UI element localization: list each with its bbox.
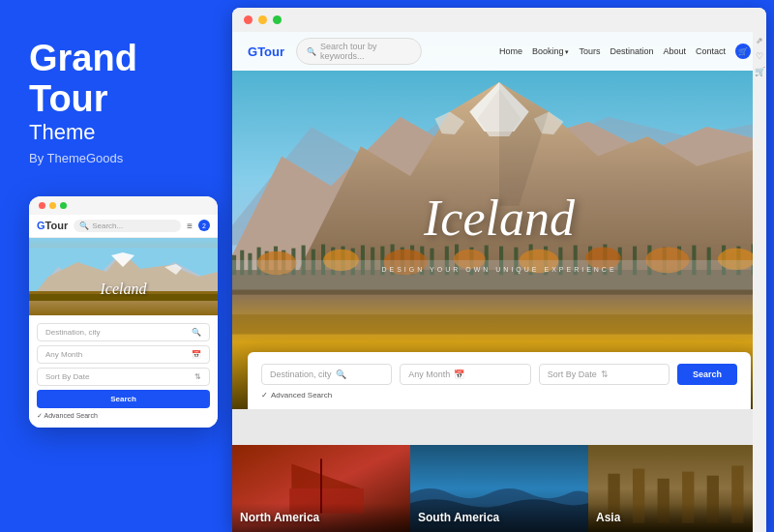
brand-title-line2: Tour bbox=[29, 79, 203, 120]
search-icon: 🔍 bbox=[79, 222, 89, 230]
site-hero: Iceland DESIGN YOUR OWN UNIQUE EXPERIENC… bbox=[232, 32, 766, 409]
search-fields: Destination, city 🔍 Any Month 📅 Sort By … bbox=[261, 364, 737, 385]
mobile-top-bar bbox=[29, 196, 218, 215]
brand-title: Grand Tour Theme By ThemeGoods bbox=[29, 39, 203, 194]
mobile-logo-prefix: G bbox=[37, 220, 45, 231]
dest-north-america-label: North America bbox=[240, 511, 319, 524]
mobile-sort-label: Sort By Date bbox=[45, 372, 89, 381]
site-logo-prefix: G bbox=[248, 44, 257, 59]
browser-dot-red bbox=[244, 15, 253, 24]
search-icon: 🔍 bbox=[336, 369, 346, 379]
nav-booking[interactable]: Booking bbox=[532, 46, 569, 56]
mobile-destination-label: Destination, city bbox=[45, 328, 100, 337]
month-field[interactable]: Any Month 📅 bbox=[400, 364, 530, 385]
dest-asia-label: Asia bbox=[596, 511, 620, 524]
site-search-placeholder: Search tour by keywords... bbox=[320, 42, 411, 61]
sort-label: Sort By Date bbox=[548, 369, 597, 379]
nav-destination[interactable]: Destination bbox=[610, 46, 653, 56]
destination-strip: North America bbox=[232, 445, 766, 532]
dest-card-south-america[interactable]: South America bbox=[410, 445, 588, 532]
site-logo: GTour bbox=[248, 44, 284, 59]
mobile-dot-red bbox=[39, 202, 45, 209]
mobile-month-label: Any Month bbox=[45, 350, 82, 359]
left-panel: Grand Tour Theme By ThemeGoods GTour 🔍 S… bbox=[0, 0, 232, 532]
scroll-share-icon[interactable]: ⇗ bbox=[755, 36, 764, 45]
hero-tagline: DESIGN YOUR OWN UNIQUE EXPERIENCE bbox=[381, 266, 616, 273]
browser-content: GTour 🔍 Search tour by keywords... Home … bbox=[232, 32, 766, 532]
nav-contact[interactable]: Contact bbox=[696, 46, 726, 56]
mobile-search-placeholder: Search... bbox=[92, 222, 123, 230]
mobile-logo-text: Tour bbox=[45, 220, 69, 231]
svg-rect-70 bbox=[232, 314, 766, 334]
sort-field[interactable]: Sort By Date ⇅ bbox=[539, 364, 670, 385]
dest-card-overlay-north-america: North America bbox=[232, 503, 410, 532]
mobile-menu-icon: ≡ bbox=[187, 221, 193, 231]
mobile-logo: GTour bbox=[37, 220, 68, 231]
sort-icon: ⇅ bbox=[601, 369, 609, 379]
dest-card-asia[interactable]: Asia bbox=[588, 445, 766, 532]
nav-tours[interactable]: Tours bbox=[579, 46, 600, 56]
site-scrollbar[interactable]: ⇗ ♡ 🛒 bbox=[753, 32, 766, 532]
mobile-form: Destination, city 🔍 Any Month 📅 Sort By … bbox=[29, 315, 218, 428]
nav-cart-icon[interactable]: 🛒 bbox=[735, 44, 751, 59]
mobile-search-input[interactable]: 🔍 Search... bbox=[74, 220, 181, 232]
destination-label: Destination, city bbox=[270, 369, 332, 379]
mobile-hero: Iceland bbox=[29, 238, 218, 315]
dest-card-north-america[interactable]: North America bbox=[232, 445, 410, 532]
search-overlay: Destination, city 🔍 Any Month 📅 Sort By … bbox=[248, 352, 751, 409]
scroll-cart-icon[interactable]: 🛒 bbox=[755, 67, 764, 76]
nav-about[interactable]: About bbox=[663, 46, 686, 56]
mobile-nav: GTour 🔍 Search... ≡ 2 bbox=[29, 215, 218, 238]
site-nav: GTour 🔍 Search tour by keywords... Home … bbox=[232, 32, 766, 71]
nav-home[interactable]: Home bbox=[499, 46, 522, 56]
mobile-hero-text: Iceland bbox=[101, 281, 147, 298]
site-logo-text: Tour bbox=[257, 44, 284, 59]
dest-south-america-label: South America bbox=[418, 511, 499, 524]
brand-by: By ThemeGoods bbox=[29, 151, 203, 165]
brand-subtitle: Theme bbox=[29, 120, 203, 145]
search-button[interactable]: Search bbox=[677, 364, 737, 385]
mobile-dot-yellow bbox=[49, 202, 56, 209]
site-search-input[interactable]: 🔍 Search tour by keywords... bbox=[296, 38, 422, 65]
brand-title-line1: Grand bbox=[29, 39, 203, 79]
destination-field[interactable]: Destination, city 🔍 bbox=[261, 364, 392, 385]
browser-window: GTour 🔍 Search tour by keywords... Home … bbox=[232, 8, 766, 532]
mobile-advanced-search[interactable]: ✓ Advanced Search bbox=[37, 412, 210, 420]
calendar-icon: 📅 bbox=[192, 350, 201, 359]
mobile-cart-badge: 2 bbox=[198, 220, 210, 231]
sort-icon: ⇅ bbox=[194, 372, 201, 381]
mobile-month-field[interactable]: Any Month 📅 bbox=[37, 345, 210, 364]
mobile-dot-green bbox=[60, 202, 67, 209]
mobile-mockup: GTour 🔍 Search... ≡ 2 bbox=[29, 196, 218, 428]
mobile-search-button[interactable]: Search bbox=[37, 390, 210, 408]
search-icon: 🔍 bbox=[307, 47, 316, 56]
search-icon: 🔍 bbox=[192, 328, 201, 337]
hero-iceland-text: Iceland bbox=[424, 190, 575, 247]
browser-chrome bbox=[232, 8, 766, 32]
dest-card-overlay-south-america: South America bbox=[410, 503, 588, 532]
svg-rect-71 bbox=[232, 260, 766, 290]
dest-card-overlay-asia: Asia bbox=[588, 503, 766, 532]
month-label: Any Month bbox=[408, 369, 450, 379]
mobile-sort-field[interactable]: Sort By Date ⇅ bbox=[37, 368, 210, 386]
advanced-search-toggle[interactable]: ✓ Advanced Search bbox=[261, 391, 737, 399]
browser-dot-yellow bbox=[258, 15, 267, 24]
mobile-destination-field[interactable]: Destination, city 🔍 bbox=[37, 323, 210, 341]
advanced-search-label: Advanced Search bbox=[271, 391, 332, 399]
site-nav-links: Home Booking Tours Destination About Con… bbox=[499, 44, 751, 59]
scroll-heart-icon[interactable]: ♡ bbox=[755, 51, 764, 61]
calendar-icon: 📅 bbox=[454, 369, 464, 379]
browser-dot-green bbox=[273, 15, 282, 24]
